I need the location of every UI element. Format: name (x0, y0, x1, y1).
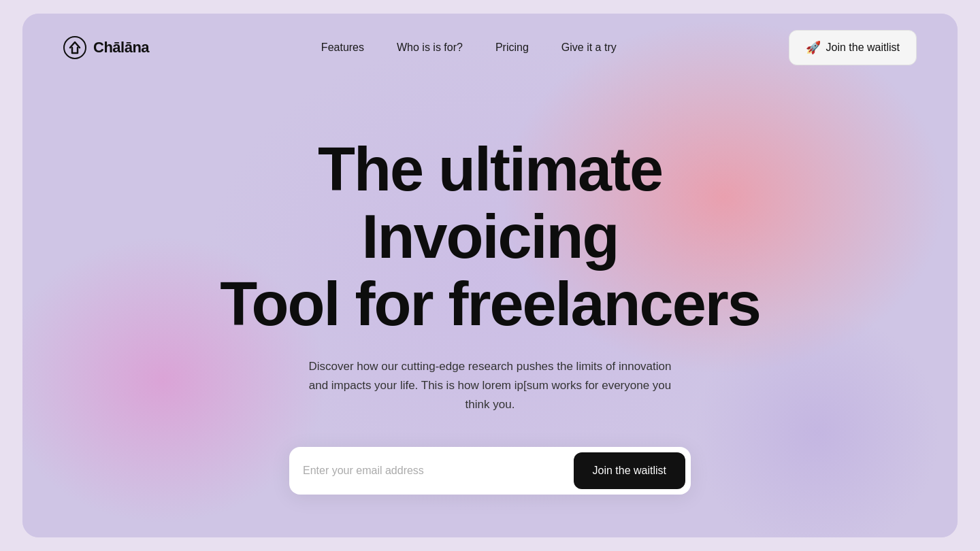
nav-links: Features Who is is for? Pricing Give it … (321, 41, 617, 54)
hero-title: The ultimate Invoicing Tool for freelanc… (184, 136, 796, 338)
hero-section: The ultimate Invoicing Tool for freelanc… (22, 82, 958, 495)
nav-link-pricing[interactable]: Pricing (495, 41, 529, 54)
svg-point-0 (64, 37, 86, 59)
page-wrapper: Chālāna Features Who is is for? Pricing … (22, 14, 958, 537)
nav-link-features[interactable]: Features (321, 41, 364, 54)
logo-text: Chālāna (93, 39, 149, 56)
logo[interactable]: Chālāna (63, 36, 149, 59)
nav-link-try[interactable]: Give it a try (561, 41, 617, 54)
nav-link-who[interactable]: Who is is for? (397, 41, 463, 54)
rocket-icon: 🚀 (806, 40, 821, 55)
navbar: Chālāna Features Who is is for? Pricing … (22, 14, 958, 82)
nav-waitlist-button[interactable]: 🚀 Join the waitlist (789, 30, 917, 65)
email-input[interactable] (303, 465, 574, 477)
hero-waitlist-button[interactable]: Join the waitlist (574, 452, 686, 489)
hero-subtitle: Discover how our cutting-edge research p… (299, 357, 681, 414)
email-form: Join the waitlist (289, 447, 691, 495)
logo-icon (63, 36, 86, 59)
